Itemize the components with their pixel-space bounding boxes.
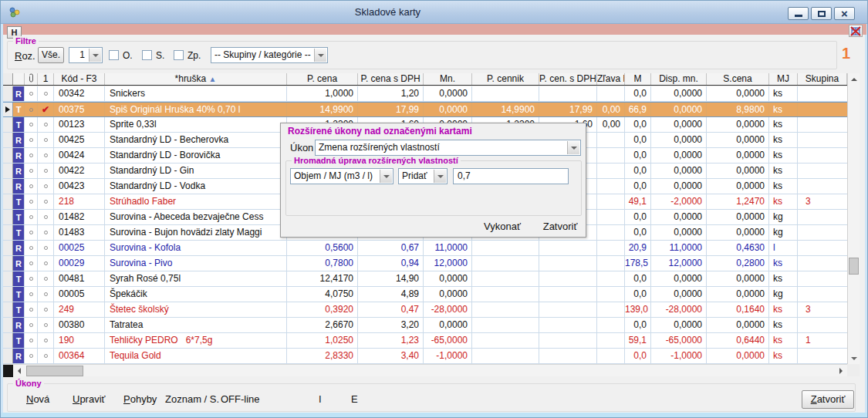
property-combobox[interactable]: Objem / MJ (m3 / l) — [290, 168, 393, 184]
new-button[interactable]: Nová — [26, 393, 49, 405]
chevron-down-icon[interactable] — [314, 49, 326, 62]
table-row[interactable]: T190Tehličky PEDRO 6*7,5g1,02501,23-65,0… — [3, 333, 847, 349]
dialog-close-button[interactable]: Zatvoriť — [537, 221, 583, 232]
row-selector[interactable] — [3, 117, 13, 132]
chevron-down-icon[interactable] — [380, 170, 392, 183]
header-zlava[interactable]: Zľava h. — [597, 73, 625, 85]
checkbox-o[interactable] — [109, 50, 119, 60]
row-selector[interactable] — [3, 133, 13, 147]
row-selector[interactable] — [3, 256, 13, 271]
scroll-left-button[interactable] — [13, 365, 25, 377]
cancel-filter-button[interactable] — [849, 25, 863, 37]
header-p-cena-s-dph[interactable]: P. cena s DPH — [358, 73, 424, 85]
header-p-cennik[interactable]: P. cennik — [472, 73, 539, 85]
row-selector[interactable] — [3, 302, 13, 317]
table-row[interactable]: R00364Tequila Gold2,83303,40-1,00000,0-1… — [3, 349, 847, 364]
header-disp-mn[interactable]: Disp. mn. — [651, 73, 707, 85]
groups-combobox[interactable]: -- Skupiny / kategórie -- — [211, 47, 328, 63]
vertical-scrollbar[interactable] — [847, 73, 860, 364]
edit-button[interactable]: Upraviť — [73, 393, 105, 405]
maximize-button[interactable] — [811, 7, 832, 20]
marked-cell[interactable] — [38, 194, 54, 209]
marked-cell[interactable] — [38, 133, 54, 147]
vscroll-thumb[interactable] — [849, 258, 859, 275]
scroll-up-button[interactable] — [848, 73, 860, 85]
marked-cell[interactable] — [38, 117, 54, 132]
marked-cell[interactable] — [38, 287, 54, 302]
action-combobox[interactable]: Zmena rozšírených vlastností — [315, 140, 581, 156]
value-input[interactable]: 0,7 — [453, 168, 569, 184]
marked-cell[interactable] — [38, 302, 54, 317]
checkbox-s[interactable] — [142, 50, 152, 60]
row-selector[interactable] — [3, 86, 13, 101]
header-code[interactable]: Kód - F3 — [54, 73, 105, 85]
marked-cell[interactable]: ✔ — [38, 103, 54, 116]
operation-combobox[interactable]: Pridať — [398, 168, 448, 184]
row-selector[interactable] — [3, 148, 13, 163]
row-selector[interactable] — [3, 179, 13, 194]
chevron-down-icon[interactable] — [567, 141, 579, 154]
row-selector[interactable] — [3, 103, 13, 116]
list-button[interactable]: Zoznam / S. — [165, 393, 219, 405]
row-selector[interactable] — [3, 333, 13, 348]
scroll-down-button[interactable] — [848, 352, 860, 364]
table-row[interactable]: R00380Tatratea2,66703,200,00000,00,00000… — [3, 318, 847, 333]
minimize-button[interactable] — [788, 7, 809, 20]
marked-cell[interactable] — [38, 225, 54, 240]
chevron-down-icon[interactable] — [89, 49, 101, 62]
hscroll-thumb[interactable] — [26, 366, 83, 376]
row-selector[interactable] — [3, 318, 13, 332]
marked-cell[interactable] — [38, 349, 54, 363]
row-selector[interactable] — [3, 194, 13, 209]
header-attachment[interactable] — [25, 73, 38, 85]
close-window-button[interactable]: Zatvoriť — [802, 390, 854, 409]
marked-cell[interactable] — [38, 163, 54, 178]
marked-cell[interactable] — [38, 256, 54, 271]
close-button[interactable]: × — [834, 7, 855, 20]
row-selector[interactable] — [3, 163, 13, 178]
table-row[interactable]: R00025Surovina - Kofola0,56000,6711,0000… — [3, 241, 847, 256]
table-row[interactable]: R00342Snickers1,00001,200,00000,00,00000… — [3, 86, 847, 102]
moves-button[interactable]: Pohyby — [123, 393, 157, 405]
marked-cell[interactable] — [38, 179, 54, 194]
marked-cell[interactable] — [38, 333, 54, 348]
header-name[interactable]: *hruška ▲ — [105, 73, 287, 85]
header-p-cen-s-dph[interactable]: P. cen. s DPH — [539, 73, 597, 85]
table-row[interactable]: T00005Špekáčik4,07504,890,00000,00,00000… — [3, 287, 847, 302]
chevron-down-icon[interactable] — [434, 170, 446, 183]
vse-button[interactable]: Vše. — [38, 47, 64, 63]
marked-cell[interactable] — [38, 148, 54, 163]
row-selector[interactable] — [3, 287, 13, 302]
header-p-cena[interactable]: P. cena — [287, 73, 358, 85]
e-button[interactable]: E — [351, 393, 358, 405]
offline-button[interactable]: OFF-line — [221, 393, 260, 405]
table-row[interactable]: T✔00375Spiš Originál Hruška 40% 0,70 l14… — [3, 102, 847, 117]
dot-icon — [29, 292, 33, 296]
checkbox-zp[interactable] — [174, 50, 184, 60]
marked-cell[interactable] — [38, 210, 54, 224]
marked-cell[interactable] — [38, 318, 54, 332]
page-combobox[interactable]: 1 — [69, 47, 103, 63]
header-skupina[interactable]: Skupina — [798, 73, 847, 85]
row-selector[interactable] — [3, 225, 13, 240]
scroll-right-button[interactable] — [835, 365, 847, 377]
header-s-cena[interactable]: S.cena — [707, 73, 769, 85]
table-row[interactable]: T249Štetec školský0,39200,47-28,0000139,… — [3, 302, 847, 318]
header-mn[interactable]: Mn. — [424, 73, 472, 85]
row-selector[interactable] — [3, 241, 13, 255]
marked-cell[interactable] — [38, 86, 54, 101]
row-selector[interactable] — [3, 271, 13, 286]
marked-cell[interactable] — [38, 271, 54, 286]
header-m[interactable]: M — [625, 73, 651, 85]
execute-button[interactable]: Vykonať — [475, 221, 529, 232]
header-mj[interactable]: MJ — [769, 73, 798, 85]
cancel-filter-icon — [850, 26, 861, 36]
table-row[interactable]: T00481Syrah Rosé 0,75l12,417014,900,0000… — [3, 271, 847, 287]
row-selector[interactable] — [3, 349, 13, 363]
i-button[interactable]: I — [319, 393, 322, 405]
row-selector[interactable] — [3, 210, 13, 224]
table-row[interactable]: R00029Surovina - Pivo0,78000,9412,000017… — [3, 256, 847, 271]
horizontal-scrollbar[interactable] — [3, 364, 847, 376]
header-marked[interactable]: 1 — [38, 73, 54, 85]
marked-cell[interactable] — [38, 241, 54, 255]
